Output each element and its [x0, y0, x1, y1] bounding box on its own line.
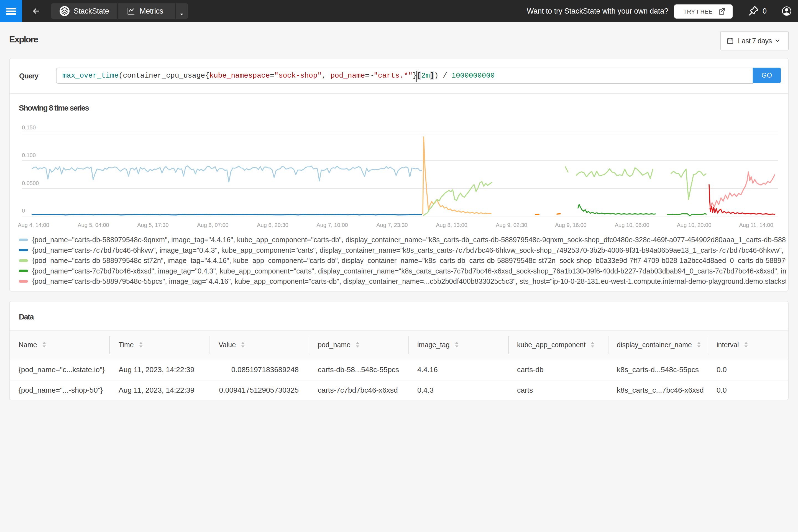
- svg-text:Aug 9, 02:30: Aug 9, 02:30: [496, 222, 527, 228]
- svg-text:Aug 9, 16:00: Aug 9, 16:00: [555, 222, 586, 228]
- svg-text:Aug 7, 23:30: Aug 7, 23:30: [376, 222, 407, 228]
- svg-text:Aug 5, 04:00: Aug 5, 04:00: [78, 222, 109, 228]
- svg-text:0.100: 0.100: [22, 152, 36, 158]
- svg-text:Aug 10, 20:00: Aug 10, 20:00: [677, 222, 711, 228]
- svg-text:Aug 10, 06:00: Aug 10, 06:00: [615, 222, 649, 228]
- svg-text:Aug 4, 14:00: Aug 4, 14:00: [18, 222, 49, 228]
- svg-text:0: 0: [22, 208, 25, 214]
- svg-text:Aug 6, 20:30: Aug 6, 20:30: [257, 222, 288, 228]
- svg-text:0.0500: 0.0500: [22, 180, 39, 186]
- svg-text:Aug 11, 14:00: Aug 11, 14:00: [739, 222, 773, 228]
- svg-text:Aug 8, 13:00: Aug 8, 13:00: [436, 222, 467, 228]
- svg-text:0.150: 0.150: [22, 125, 36, 131]
- svg-text:Aug 5, 17:30: Aug 5, 17:30: [137, 222, 169, 228]
- svg-text:Aug 6, 07:00: Aug 6, 07:00: [197, 222, 228, 228]
- svg-text:Aug 7, 10:00: Aug 7, 10:00: [317, 222, 348, 228]
